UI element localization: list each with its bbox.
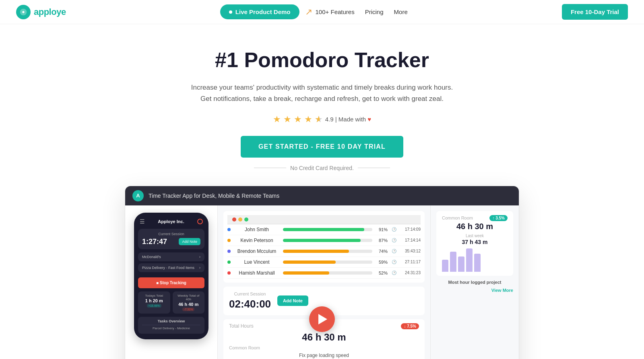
preview-logo-icon: A xyxy=(132,190,144,201)
mini-bar xyxy=(458,256,464,272)
emp-time: 35:43:12 xyxy=(400,249,421,253)
pricing-link[interactable]: Pricing xyxy=(365,8,384,15)
emp-pct: 59% xyxy=(376,260,388,265)
phone-weekly-stat: Weekly Total of 40h 46 h 40 m -7.31% xyxy=(173,291,205,314)
right-common-label: Common Room xyxy=(442,215,473,220)
heart-icon: ♥ xyxy=(367,116,371,123)
phone-mockup: ☰ Apploye Inc. Current Session 1:27:47 A… xyxy=(134,213,208,339)
emp-bar-wrap xyxy=(283,261,372,264)
right-badge: ↑ 3.5% xyxy=(489,215,508,221)
clock-icon: 🕐 xyxy=(392,238,396,242)
logo-text: apploye xyxy=(34,7,66,17)
emp-time: 24:31:23 xyxy=(400,271,421,275)
total-hours-badge: ↓ 7.5% xyxy=(401,323,419,329)
preview-header-title: Time Tracker App for Desk, Mobile & Remo… xyxy=(149,193,279,199)
features-label: 100+ Features xyxy=(316,8,355,15)
hero-cta-button[interactable]: GET STARTED - FREE 10 DAY TRIAL xyxy=(241,136,403,158)
center-add-note-button[interactable]: Add Note xyxy=(277,295,308,306)
phone-stop-button[interactable]: ■ Stop Tracking xyxy=(138,277,204,288)
emp-pct: 74% xyxy=(376,249,388,254)
phone-timer: 1:27:47 xyxy=(142,238,167,246)
free-trial-button[interactable]: Free 10-Day Trial xyxy=(562,4,628,20)
play-button[interactable] xyxy=(309,306,335,332)
clock-icon: 🕐 xyxy=(392,271,396,275)
phone-topbar: ☰ Apploye Inc. xyxy=(138,218,204,225)
mini-bar xyxy=(466,248,473,272)
dashboard-grid: ☰ Apploye Inc. Current Session 1:27:47 A… xyxy=(125,205,519,359)
arrow-icon: ↗ xyxy=(305,7,312,17)
right-column: Common Room ↑ 3.5% 46 h 30 m Last week 3… xyxy=(430,205,519,359)
emp-pct: 91% xyxy=(376,227,388,232)
star-1: ★ xyxy=(273,114,281,125)
emp-dot xyxy=(227,239,231,242)
emp-name: Kevin Peterson xyxy=(235,238,279,243)
live-demo-button[interactable]: Live Product Demo xyxy=(220,4,299,19)
tl-red xyxy=(232,217,236,222)
employees-table: John Smith 91% 🕐 17:14:09 Kevin Peterson… xyxy=(223,211,425,283)
nav-right: Free 10-Day Trial xyxy=(562,4,628,20)
emp-bar xyxy=(283,239,361,242)
live-demo-label: Live Product Demo xyxy=(235,8,291,15)
right-session-card: Common Room ↑ 3.5% 46 h 30 m Last week 3… xyxy=(436,211,513,276)
mini-bar xyxy=(474,254,481,272)
emp-bar-wrap xyxy=(283,250,372,253)
hero-title: #1 Pomodoro Tracker xyxy=(8,48,636,72)
emp-dot xyxy=(227,271,231,275)
logo-icon xyxy=(16,5,31,19)
emp-pct: 52% xyxy=(376,271,388,275)
weekly-badge: -7.31% xyxy=(182,308,194,311)
emp-bar-wrap xyxy=(283,271,372,275)
tl-yellow xyxy=(238,217,242,222)
phone-task-item-2: Pizza Delivery - Fast Food Items› xyxy=(138,263,204,272)
emp-dot xyxy=(227,250,231,253)
right-total-val: 46 h 30 m xyxy=(442,222,508,231)
view-more-link[interactable]: View More xyxy=(491,288,513,293)
emp-time: 17:14:14 xyxy=(400,238,421,242)
table-row: John Smith 91% 🕐 17:14:09 xyxy=(227,224,421,235)
emp-name: John Smith xyxy=(235,227,279,232)
total-hours-value: 46 h 30 m xyxy=(229,332,419,343)
tl-green xyxy=(244,217,248,222)
emp-time: 17:14:09 xyxy=(400,227,421,232)
total-hours-label: Total Hours xyxy=(229,323,254,329)
table-row: Kevin Peterson 87% 🕐 17:14:14 xyxy=(227,235,421,246)
phone-task-parcel: Parcel Delivery - Medicine xyxy=(142,325,200,331)
hero-subtitle: Increase your teams' productivity with s… xyxy=(189,82,455,105)
clock-icon: 🕐 xyxy=(392,260,396,264)
star-5-half: ★★ xyxy=(315,114,323,125)
table-row: Hamish Marshall 52% 🕐 24:31:23 xyxy=(227,268,421,279)
employee-list: John Smith 91% 🕐 17:14:09 Kevin Peterson… xyxy=(227,224,421,279)
window-bar xyxy=(227,215,421,224)
logo[interactable]: apploye xyxy=(16,5,66,19)
phone-session-card: Current Session 1:27:47 Add Note xyxy=(138,229,204,249)
phone-stats-row: Todays Total 1 h 20 m +15.46% Weekly Tot… xyxy=(138,291,204,314)
play-icon xyxy=(318,314,327,324)
phone-column: ☰ Apploye Inc. Current Session 1:27:47 A… xyxy=(125,205,218,359)
table-row: Lue Vincent 59% 🕐 27:11:17 xyxy=(227,257,421,268)
emp-time: 27:11:17 xyxy=(400,260,421,264)
right-last-val: 37 h 43 m xyxy=(442,239,508,245)
hero-section: #1 Pomodoro Tracker Increase your teams'… xyxy=(0,24,644,359)
emp-name: Lue Vincent xyxy=(235,259,279,265)
mini-bar-chart xyxy=(442,248,508,272)
navbar: apploye Live Product Demo ↗ 100+ Feature… xyxy=(0,0,644,24)
no-credit-card-text: No Credit Card Required. xyxy=(8,165,636,171)
emp-bar xyxy=(283,261,336,264)
table-row: Brendon Mcculum 74% 🕐 35:43:12 xyxy=(227,246,421,257)
more-link[interactable]: More xyxy=(394,8,408,15)
most-hours-label: Most hour logged project xyxy=(436,280,513,285)
fix-page-label: Fix page loading speed xyxy=(229,353,419,358)
center-session-timer: 02:40:00 xyxy=(229,298,271,310)
traffic-lights xyxy=(232,217,248,222)
phone-task-item-1: McDonald's› xyxy=(138,252,204,261)
emp-bar-wrap xyxy=(283,228,372,231)
emp-name: Brendon Mcculum xyxy=(235,248,279,254)
phone-add-note-button[interactable]: Add Note xyxy=(179,238,200,245)
emp-bar-wrap xyxy=(283,239,372,242)
hero-rating-text: 4.9 | Made with ♥ xyxy=(325,116,372,123)
star-2: ★ xyxy=(283,114,291,125)
product-preview: A Time Tracker App for Desk, Mobile & Re… xyxy=(125,186,519,359)
right-last-week-label: Last week xyxy=(442,234,508,238)
clock-icon: 🕐 xyxy=(392,249,396,253)
phone-brand: Apploye Inc. xyxy=(158,219,184,224)
